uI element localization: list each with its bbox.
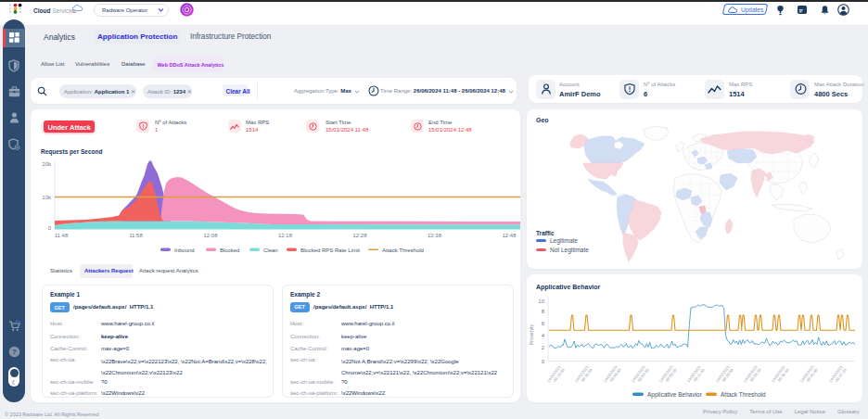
svg-text:6: 6 [542, 321, 545, 326]
svg-text:11:48: 11:48 [55, 233, 69, 238]
svg-text:Applicative Behavior: Applicative Behavior [647, 391, 703, 399]
svg-text:Inbound: Inbound [174, 248, 195, 253]
svg-text:8: 8 [542, 309, 545, 314]
svg-text:12:28: 12:28 [352, 233, 367, 238]
svg-text:Clean: Clean [263, 248, 278, 253]
svg-text:Attack Threshold: Attack Threshold [382, 248, 424, 253]
svg-text:12:08: 12:08 [203, 233, 218, 238]
svg-text:Proximity: Proximity [529, 324, 534, 345]
svg-text:12:48: 12:48 [502, 233, 517, 238]
svg-text:0: 0 [542, 359, 545, 364]
svg-text:12:38: 12:38 [428, 233, 442, 238]
svg-text:4: 4 [542, 333, 545, 338]
svg-text:10k: 10k [42, 195, 52, 200]
svg-text:Blocked RPS Rate Limit: Blocked RPS Rate Limit [300, 248, 360, 253]
svg-text:20k: 20k [42, 161, 52, 167]
svg-text:2: 2 [542, 345, 545, 350]
svg-text:?: ? [12, 348, 17, 356]
svg-text:11:58: 11:58 [129, 233, 143, 238]
svg-text:Attack Threshold: Attack Threshold [721, 391, 766, 398]
svg-text:0: 0 [48, 225, 52, 231]
svg-text:10: 10 [538, 298, 544, 304]
svg-text:12:18: 12:18 [278, 233, 293, 238]
svg-text:Blocked: Blocked [220, 248, 239, 253]
